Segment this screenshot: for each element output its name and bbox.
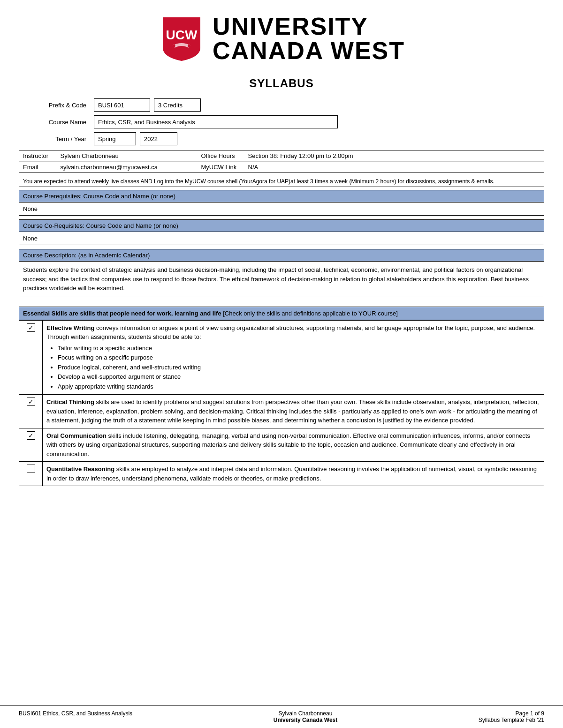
skill-text-critical-thinking: Critical Thinking skills are used to ide… — [43, 395, 544, 428]
myucw-label: MyUCW Link — [198, 162, 244, 173]
checkbox-critical-thinking[interactable] — [27, 398, 35, 406]
skill-row-oral-communication: Oral Communication skills include listen… — [19, 428, 544, 462]
skill-text-effective-writing: Effective Writing conveys information or… — [43, 320, 544, 395]
footer-left-text: BUSI601 Ethics, CSR, and Business Analys… — [19, 710, 132, 717]
footer-right-line2: Syllabus Template Feb '21 — [479, 717, 544, 723]
instructor-name: Sylvain Charbonneau — [57, 150, 198, 162]
skill-text-quantitative-reasoning: Quantitative Reasoning skills are employ… — [43, 462, 544, 486]
skill-name-quantitative-reasoning: Quantitative Reasoning — [46, 465, 114, 473]
footer-right: Page 1 of 9 Syllabus Template Feb '21 — [479, 710, 544, 723]
skill-row-quantitative-reasoning: Quantitative Reasoning skills are employ… — [19, 462, 544, 486]
term-field[interactable]: Spring — [94, 132, 136, 145]
form-section: Prefix & Code BUSI 601 3 Credits Course … — [19, 98, 544, 145]
footer-left: BUSI601 Ethics, CSR, and Business Analys… — [19, 710, 132, 717]
skill-bullet: Focus writing on a specific purpose — [58, 353, 540, 362]
term-year-row: Term / Year Spring 2022 — [19, 132, 544, 145]
essential-skills-normal: [Check only the skills and definitions a… — [221, 310, 398, 317]
skill-checkbox-cell-1 — [19, 320, 43, 395]
myucw-value: N/A — [244, 162, 544, 173]
logo-container: UCW UNIVERSITY CANADA WEST — [158, 14, 405, 63]
email-row: Email sylvain.charbonneau@myucwest.ca My… — [19, 162, 544, 173]
email-value: sylvain.charbonneau@myucwest.ca — [57, 162, 198, 173]
essential-skills-header: Essential Skills are skills that people … — [19, 307, 544, 320]
skill-text-oral-communication: Oral Communication skills include listen… — [43, 428, 544, 462]
prefix-code-row: Prefix & Code BUSI 601 3 Credits — [19, 98, 544, 112]
attendance-notice: You are expected to attend weekly live c… — [19, 176, 544, 187]
skill-desc-quantitative-reasoning: skills are employed to analyze and inter… — [46, 465, 537, 482]
page: UCW UNIVERSITY CANADA WEST SYLLABUS Pref… — [0, 0, 563, 728]
skill-name-critical-thinking: Critical Thinking — [46, 398, 94, 405]
checkbox-oral-communication[interactable] — [27, 431, 35, 440]
skill-bullet: Develop a well-supported argument or sta… — [58, 372, 540, 382]
skill-bullet: Tailor writing to a specific audience — [58, 344, 540, 353]
essential-skills-bold: Essential Skills are skills that people … — [23, 310, 221, 317]
prerequisites-header: Course Prerequisites: Course Code and Na… — [19, 190, 544, 203]
corequisites-header: Course Co-Requisites: Course Code and Na… — [19, 219, 544, 232]
credits-field[interactable]: 3 Credits — [154, 98, 201, 112]
skill-bullet: Produce logical, coherent, and well-stru… — [58, 363, 540, 372]
description-content: Students explore the context of strategi… — [19, 262, 544, 297]
logo-text: UNIVERSITY CANADA WEST — [213, 14, 405, 63]
year-field[interactable]: 2022 — [140, 132, 177, 145]
svg-text:UCW: UCW — [166, 28, 198, 42]
checkbox-effective-writing[interactable] — [27, 323, 35, 332]
skill-name-effective-writing: Effective Writing — [46, 324, 94, 331]
prefix-code-label: Prefix & Code — [19, 102, 94, 109]
info-table: Instructor Sylvain Charbonneau Office Ho… — [19, 150, 544, 173]
skill-desc-critical-thinking: skills are used to identify problems and… — [46, 398, 539, 424]
course-name-label: Course Name — [19, 119, 94, 126]
header: UCW UNIVERSITY CANADA WEST — [0, 0, 563, 72]
ucw-logo-icon: UCW — [158, 15, 205, 62]
syllabus-title: SYLLABUS — [0, 72, 563, 98]
checkbox-quantitative-reasoning[interactable] — [27, 465, 35, 473]
logo-university: UNIVERSITY — [213, 14, 405, 38]
instructor-label: Instructor — [19, 150, 57, 162]
footer: BUSI601 Ethics, CSR, and Business Analys… — [0, 705, 563, 728]
skill-bullet: Apply appropriate writing standards — [58, 382, 540, 391]
skill-name-oral-communication: Oral Communication — [46, 432, 107, 439]
footer-center-line2: University Canada West — [274, 717, 338, 723]
skill-desc-oral-communication: skills include listening, delegating, ma… — [46, 432, 530, 458]
course-name-row: Course Name Ethics, CSR, and Business An… — [19, 115, 544, 128]
main-content: Prefix & Code BUSI 601 3 Credits Course … — [0, 98, 563, 705]
skills-table: Effective Writing conveys information or… — [19, 320, 544, 487]
course-code-field[interactable]: BUSI 601 — [94, 98, 150, 112]
term-year-label: Term / Year — [19, 135, 94, 143]
skill-bullets-effective-writing: Tailor writing to a specific audience Fo… — [46, 344, 540, 391]
footer-center: Sylvain Charbonneau University Canada We… — [274, 710, 338, 723]
skill-row-effective-writing: Effective Writing conveys information or… — [19, 320, 544, 395]
footer-right-line1: Page 1 of 9 — [479, 710, 544, 717]
prerequisites-content: None — [19, 203, 544, 216]
office-hours-label: Office Hours — [198, 150, 244, 162]
skill-desc-effective-writing: conveys information or argues a point of… — [46, 324, 535, 341]
email-label: Email — [19, 162, 57, 173]
course-name-field[interactable]: Ethics, CSR, and Business Analysis — [94, 115, 338, 128]
skill-checkbox-cell-2 — [19, 395, 43, 428]
skill-checkbox-cell-3 — [19, 428, 43, 462]
skill-row-critical-thinking: Critical Thinking skills are used to ide… — [19, 395, 544, 428]
description-header: Course Description: (as in Academic Cale… — [19, 249, 544, 262]
skill-checkbox-cell-4 — [19, 462, 43, 486]
office-hours-value: Section 38: Friday 12:00 pm to 2:00pm — [244, 150, 544, 162]
logo-canada-west: CANADA WEST — [213, 38, 405, 63]
footer-center-line1: Sylvain Charbonneau — [274, 710, 338, 717]
instructor-row: Instructor Sylvain Charbonneau Office Ho… — [19, 150, 544, 162]
corequisites-content: None — [19, 232, 544, 245]
